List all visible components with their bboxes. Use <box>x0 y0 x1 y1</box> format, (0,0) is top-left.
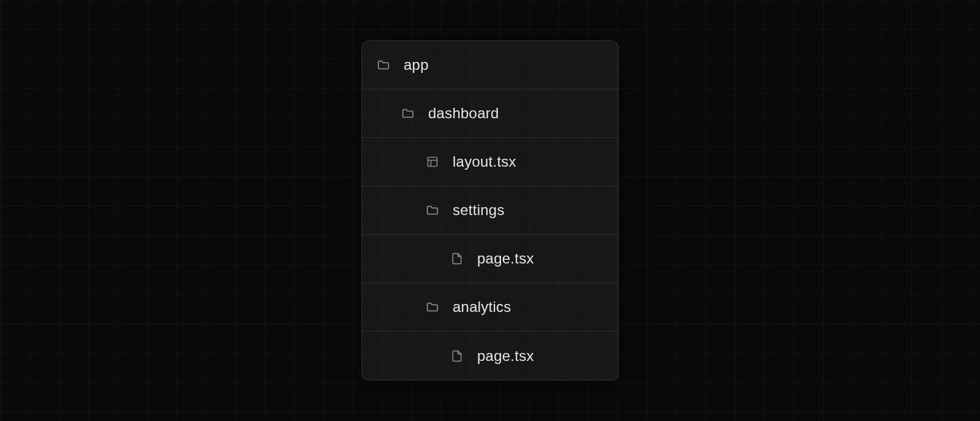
tree-row-settings[interactable]: settings <box>362 186 618 235</box>
tree-row-settings-page[interactable]: page.tsx <box>362 235 618 283</box>
tree-row-layout[interactable]: layout.tsx <box>362 138 618 186</box>
tree-row-label: dashboard <box>428 105 499 122</box>
folder-icon <box>401 107 415 120</box>
tree-row-label: page.tsx <box>477 250 534 267</box>
tree-row-label: layout.tsx <box>453 153 516 170</box>
layout-icon <box>426 155 439 169</box>
svg-rect-0 <box>428 157 437 167</box>
tree-row-analytics-page[interactable]: page.tsx <box>362 332 618 380</box>
tree-row-analytics[interactable]: analytics <box>362 283 618 332</box>
tree-row-dashboard[interactable]: dashboard <box>362 89 618 138</box>
folder-icon <box>426 203 439 217</box>
tree-row-label: analytics <box>453 298 511 316</box>
file-icon <box>450 252 464 265</box>
tree-row-label: app <box>404 56 429 74</box>
tree-row-label: settings <box>453 202 505 219</box>
folder-icon <box>426 300 439 314</box>
tree-row-app[interactable]: app <box>362 41 618 89</box>
file-tree-panel: app dashboard layout.tsx settings page.t… <box>361 40 619 381</box>
tree-row-label: page.tsx <box>477 347 534 365</box>
folder-icon <box>377 58 390 72</box>
file-icon <box>450 349 464 363</box>
